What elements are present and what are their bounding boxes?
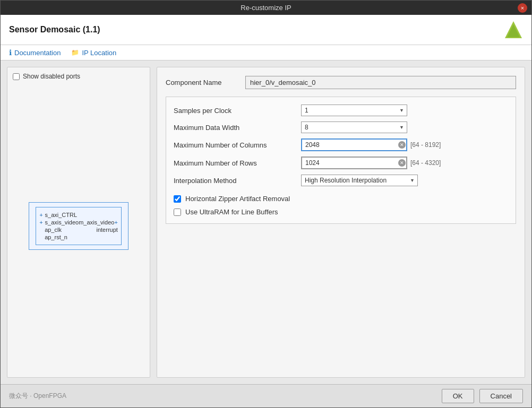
title-bar: Re-customize IP × (1, 1, 531, 15)
horizontal-zipper-checkbox[interactable] (174, 195, 181, 203)
param-label-interpolation: Interpolation Method (174, 177, 296, 185)
ultraram-label[interactable]: Use UltraRAM for Line Buffers (174, 208, 508, 216)
port-video-in-label: s_axis_video (45, 219, 79, 225)
port-row-rst: ap_rst_n (39, 234, 118, 240)
dialog-title: Re-customize IP (241, 4, 291, 12)
xilinx-logo (504, 20, 523, 39)
ok-button[interactable]: OK (442, 389, 474, 403)
param-row-columns: Maximum Number of Columns ✕ [64 - 8192] (174, 138, 508, 151)
data-width-select-wrapper: 8 10 12 16 (301, 121, 407, 133)
param-label-rows: Maximum Number of Rows (174, 159, 296, 167)
component-name-input[interactable] (245, 76, 516, 89)
dialog-header-title: Sensor Demosaic (1.1) (9, 25, 100, 34)
nav-documentation-label: Documentation (14, 49, 61, 57)
samples-select-wrapper: 1 2 4 (301, 105, 407, 116)
param-row-interpolation: Interpolation Method High Resolution Int… (174, 175, 508, 186)
params-box: Samples per Clock 1 2 4 Maximum Data (166, 97, 516, 224)
component-name-row: Component Name (166, 76, 516, 89)
footer-bar: 微众号 · OpenFPGA OK Cancel (1, 384, 531, 407)
port-interrupt-label: interrupt (97, 227, 118, 233)
rows-input-wrapper: ✕ (301, 157, 407, 169)
ultraram-text: Use UltraRAM for Line Buffers (185, 208, 278, 216)
param-control-samples: 1 2 4 (301, 105, 407, 116)
nav-ip-location-label: IP Location (82, 49, 116, 57)
param-control-interpolation: High Resolution Interpolation Bilinear (301, 175, 418, 186)
horizontal-zipper-label[interactable]: Horizontal Zipper Artifact Removal (174, 195, 508, 203)
param-row-samples: Samples per Clock 1 2 4 (174, 105, 508, 116)
samples-per-clock-select[interactable]: 1 2 4 (301, 105, 407, 116)
max-data-width-select[interactable]: 8 10 12 16 (301, 121, 407, 133)
port-saxi-label: s_axi_CTRL (45, 212, 78, 218)
port-row-saxi: + s_axi_CTRL (39, 212, 118, 218)
port-row-clk: ap_clk interrupt (39, 227, 118, 233)
schematic-area: + s_axi_CTRL + s_axis_video m_axis_video… (13, 80, 144, 372)
ultraram-checkbox[interactable] (174, 209, 181, 216)
main-dialog: Re-customize IP × Sensor Demosaic (1.1) … (0, 0, 532, 408)
info-icon: ℹ (9, 48, 12, 57)
checkbox-section: Horizontal Zipper Artifact Removal (174, 195, 508, 203)
interpolation-select-wrapper: High Resolution Interpolation Bilinear (301, 175, 418, 186)
param-row-data-width: Maximum Data Width 8 10 12 16 (174, 121, 508, 133)
content-area: Show disabled ports + s_axi_CTRL + s_axi… (1, 60, 531, 384)
interpolation-method-select[interactable]: High Resolution Interpolation Bilinear (301, 175, 418, 186)
ultraram-section: Use UltraRAM for Line Buffers (174, 208, 508, 216)
show-disabled-ports-text: Show disabled ports (23, 73, 80, 80)
param-row-rows: Maximum Number of Rows ✕ [64 - 4320] (174, 157, 508, 169)
right-panel: Component Name Samples per Clock 1 2 4 (157, 67, 525, 378)
max-columns-input[interactable] (301, 138, 407, 151)
component-name-label: Component Name (166, 79, 240, 86)
port-clk-label: ap_clk (39, 227, 62, 233)
left-panel: Show disabled ports + s_axi_CTRL + s_axi… (7, 67, 150, 378)
columns-clear-button[interactable]: ✕ (398, 141, 406, 149)
header-bar: Sensor Demosaic (1.1) (1, 15, 531, 45)
footer-watermark: 微众号 · OpenFPGA (9, 392, 66, 401)
param-label-samples: Samples per Clock (174, 107, 296, 115)
port-row-video: + s_axis_video m_axis_video + (39, 219, 118, 225)
nav-ip-location[interactable]: 📁 IP Location (71, 49, 116, 57)
rows-range-label: [64 - 4320] (410, 159, 441, 167)
columns-range-label: [64 - 8192] (410, 141, 441, 149)
param-control-rows: ✕ [64 - 4320] (301, 157, 441, 169)
param-label-data-width: Maximum Data Width (174, 124, 296, 132)
show-disabled-ports-label[interactable]: Show disabled ports (13, 73, 144, 80)
rows-clear-button[interactable]: ✕ (398, 159, 406, 167)
horizontal-zipper-text: Horizontal Zipper Artifact Removal (185, 195, 290, 203)
show-disabled-ports-checkbox[interactable] (13, 73, 20, 80)
param-control-data-width: 8 10 12 16 (301, 121, 407, 133)
schematic-inner: + s_axi_CTRL + s_axis_video m_axis_video… (36, 207, 122, 245)
param-control-columns: ✕ [64 - 8192] (301, 138, 441, 151)
port-rst-label: ap_rst_n (39, 234, 67, 240)
port-video-out-label: m_axis_video (79, 219, 114, 225)
nav-bar: ℹ Documentation 📁 IP Location (1, 45, 531, 60)
columns-input-wrapper: ✕ (301, 138, 407, 151)
schematic-block: + s_axi_CTRL + s_axis_video m_axis_video… (29, 202, 128, 250)
max-rows-input[interactable] (301, 157, 407, 169)
cancel-button[interactable]: Cancel (479, 389, 523, 403)
close-button[interactable]: × (518, 3, 527, 13)
folder-icon: 📁 (71, 49, 79, 56)
nav-documentation[interactable]: ℹ Documentation (9, 48, 61, 57)
param-label-columns: Maximum Number of Columns (174, 141, 296, 149)
